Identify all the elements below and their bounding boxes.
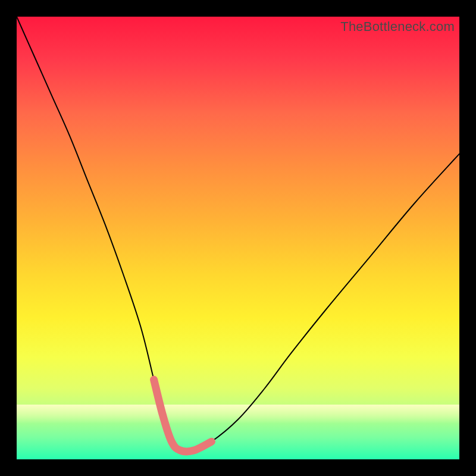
bottleneck-curve	[17, 17, 459, 452]
chart-plot-area: TheBottleneck.com	[17, 17, 459, 459]
chart-svg	[17, 17, 459, 459]
chart-frame: TheBottleneck.com	[0, 0, 476, 476]
optimal-range-highlight	[154, 380, 212, 452]
